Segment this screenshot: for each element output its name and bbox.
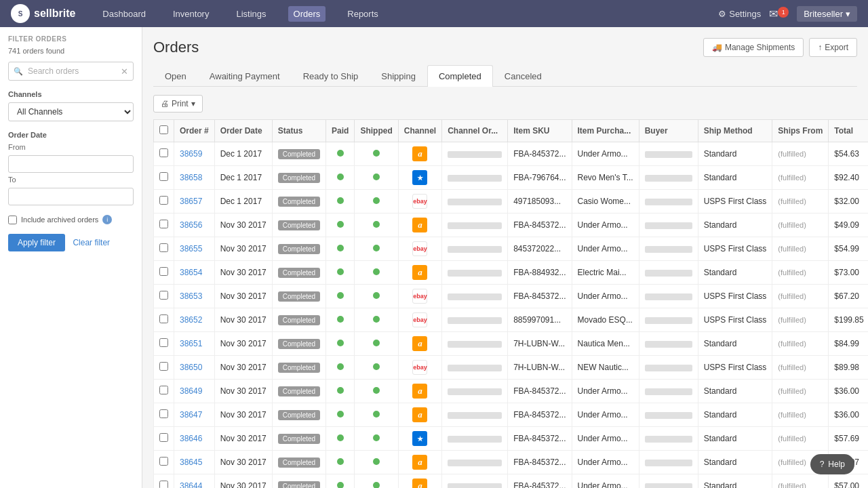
header-shipped[interactable]: Shipped (355, 120, 398, 142)
row-checkbox[interactable] (159, 338, 168, 347)
order-link[interactable]: 38653 (180, 291, 202, 301)
help-button[interactable]: ? Help (810, 454, 854, 474)
buyer: _________ (639, 237, 698, 261)
order-date-filter: Order Date From To (8, 131, 134, 205)
info-icon[interactable]: i (102, 215, 112, 224)
status-badge: Completed (278, 363, 320, 373)
nav-listings[interactable]: Listings (231, 6, 271, 22)
order-link[interactable]: 38652 (180, 315, 202, 325)
row-checkbox[interactable] (159, 362, 168, 371)
order-date: Dec 1 2017 (214, 166, 272, 190)
row-checkbox[interactable] (159, 196, 168, 205)
order-link[interactable]: 38649 (180, 386, 202, 396)
row-checkbox[interactable] (159, 433, 168, 442)
row-checkbox[interactable] (159, 481, 168, 488)
settings-link[interactable]: ⚙ Settings (718, 9, 761, 19)
print-button[interactable]: 🖨 Print ▾ (153, 95, 203, 113)
ship-method: Standard (698, 214, 772, 237)
shipped-indicator (373, 245, 380, 251)
header-order-num[interactable]: Order # (174, 120, 215, 142)
header-ships-from[interactable]: Ships From (772, 120, 829, 142)
manage-shipments-button[interactable]: 🚚 Manage Shipments (703, 38, 804, 57)
order-link[interactable]: 38644 (180, 481, 202, 488)
header-paid[interactable]: Paid (326, 120, 355, 142)
order-link[interactable]: 38656 (180, 220, 202, 230)
row-checkbox[interactable] (159, 148, 168, 157)
channel-icon: ebay (412, 360, 427, 375)
tab-shipping[interactable]: Shipping (370, 65, 427, 87)
channel-order: ____________ (442, 285, 508, 308)
order-link[interactable]: 38645 (180, 458, 202, 467)
paid-indicator (337, 268, 344, 275)
order-link[interactable]: 38658 (180, 173, 202, 182)
item-purchase: Under Armo... (572, 285, 639, 308)
search-clear-icon[interactable]: ✕ (121, 66, 128, 77)
tab-canceled[interactable]: Canceled (493, 65, 553, 87)
row-checkbox[interactable] (159, 172, 168, 181)
header-item-sku[interactable]: Item SKU (508, 120, 572, 142)
nav-reports[interactable]: Reports (342, 6, 384, 22)
filter-title: FILTER ORDERS (8, 35, 134, 43)
row-checkbox[interactable] (159, 314, 168, 323)
item-sku: FBA-796764... (508, 166, 572, 190)
row-checkbox[interactable] (159, 220, 168, 228)
order-link[interactable]: 38646 (180, 434, 202, 443)
item-purchase: Under Armo... (572, 403, 639, 427)
paid-status (326, 214, 355, 237)
tab-ready-to-ship[interactable]: Ready to Ship (292, 65, 370, 87)
archive-checkbox[interactable] (8, 216, 17, 224)
from-date-input[interactable] (8, 155, 134, 173)
logo[interactable]: S sellbrite (11, 4, 75, 23)
order-link[interactable]: 38657 (180, 197, 202, 206)
ships-from: (fulfilled) (772, 403, 829, 427)
channel-select[interactable]: All Channels (8, 102, 134, 121)
nav-dashboard[interactable]: Dashboard (97, 6, 151, 22)
header-item-purchase[interactable]: Item Purcha... (572, 120, 639, 142)
row-checkbox[interactable] (159, 409, 168, 418)
header-status[interactable]: Status (272, 120, 326, 142)
select-all-checkbox[interactable] (159, 125, 168, 134)
search-input[interactable] (8, 62, 134, 81)
apply-filter-button[interactable]: Apply filter (8, 234, 65, 251)
item-sku: FBA-845372... (508, 474, 572, 489)
export-button[interactable]: ↑ Export (809, 38, 857, 57)
channel-icon: ebay (412, 312, 427, 327)
row-checkbox-cell (154, 474, 174, 489)
order-total: $49.09 (829, 214, 868, 237)
paid-indicator (337, 363, 344, 370)
tab-open[interactable]: Open (153, 65, 198, 87)
row-checkbox-cell (154, 285, 174, 308)
header-order-date[interactable]: Order Date (214, 120, 272, 142)
header-channel-order[interactable]: Channel Or... (442, 120, 508, 142)
order-link[interactable]: 38655 (180, 244, 202, 253)
row-checkbox[interactable] (159, 267, 168, 276)
row-checkbox[interactable] (159, 243, 168, 252)
nav-inventory[interactable]: Inventory (167, 6, 214, 22)
clear-filter-button[interactable]: Clear filter (73, 238, 110, 247)
row-checkbox-cell (154, 166, 174, 190)
order-link[interactable]: 38654 (180, 268, 202, 277)
order-link[interactable]: 38659 (180, 149, 202, 159)
print-label: Print (172, 99, 189, 108)
order-status: Completed (272, 190, 326, 214)
row-checkbox[interactable] (159, 457, 168, 466)
order-link[interactable]: 38650 (180, 363, 202, 372)
header-checkbox[interactable] (154, 120, 174, 142)
row-checkbox[interactable] (159, 386, 168, 394)
tab-completed[interactable]: Completed (427, 65, 493, 87)
settings-label: Settings (729, 9, 761, 19)
ship-method: Standard (698, 451, 772, 474)
to-date-input[interactable] (8, 188, 134, 205)
nav-orders[interactable]: Orders (288, 6, 326, 22)
tab-awaiting-payment[interactable]: Awaiting Payment (198, 65, 292, 87)
channel-cell: ★ (398, 166, 441, 190)
table-row: 38650Nov 30 2017Completedebay___________… (154, 356, 869, 380)
order-link[interactable]: 38651 (180, 339, 202, 348)
order-link[interactable]: 38647 (180, 410, 202, 420)
header-buyer[interactable]: Buyer (639, 120, 698, 142)
header-ship-method[interactable]: Ship Method (698, 120, 772, 142)
row-checkbox[interactable] (159, 291, 168, 300)
user-menu[interactable]: Briteseller ▾ (797, 6, 857, 22)
header-total[interactable]: Total (829, 120, 868, 142)
header-channel[interactable]: Channel (398, 120, 441, 142)
